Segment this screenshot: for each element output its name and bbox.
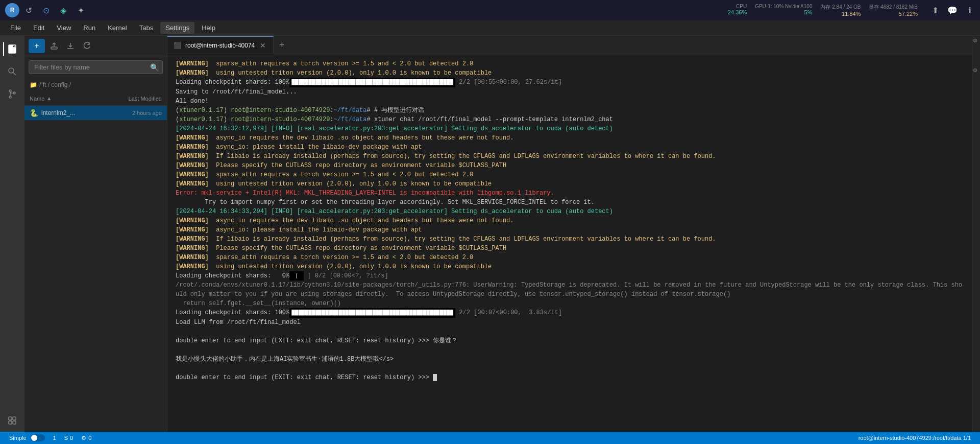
status-simple-label: Simple (9, 435, 27, 441)
star-icon[interactable]: ✦ (76, 5, 86, 15)
svg-rect-12 (51, 47, 57, 49)
menu-help[interactable]: Help (197, 22, 220, 34)
terminal-blank (176, 364, 964, 373)
avatar: R (5, 3, 19, 17)
svg-point-6 (9, 96, 11, 98)
activity-icon-files[interactable] (3, 40, 21, 58)
terminal-line: [WARNING] async_io requires the dev liba… (176, 133, 964, 143)
terminal-line: [WARNING] async_io requires the dev liba… (176, 216, 964, 225)
tab-close-button[interactable]: ✕ (259, 41, 267, 50)
status-path[interactable]: root@intern-studio-40074929:/root/ft/dat… (854, 435, 975, 441)
status-toggle[interactable] (31, 434, 45, 441)
menu-file[interactable]: File (5, 22, 26, 34)
svg-rect-9 (13, 417, 16, 420)
menu-view[interactable]: View (52, 22, 76, 34)
upload-button[interactable] (47, 39, 61, 53)
terminal-line: Loading checkpoint shards: 100%█████████… (176, 308, 964, 318)
terminal-line: [WARNING] using untested triton version … (176, 68, 964, 78)
menu-kernel[interactable]: Kernel (103, 22, 132, 34)
terminal-line: Loading checkpoint shards: 0% | | 0/2 [0… (176, 271, 964, 281)
file-list-header: Name ▲ Last Modified (24, 91, 167, 106)
svg-point-3 (9, 68, 14, 73)
terminal-line: [WARNING] If libaio is already installed… (176, 152, 964, 161)
status-line-number: 1 (53, 435, 56, 441)
terminal-line: [WARNING] If libaio is already installed… (176, 235, 964, 244)
terminal-tab[interactable]: ⬛ root@intern-studio-40074 ✕ (167, 36, 274, 54)
search-icon: 🔍 (150, 63, 159, 72)
status-gear-icon: ⚙ (81, 435, 86, 441)
refresh-button[interactable] (80, 39, 94, 53)
sidebar-toolbar: + (24, 36, 167, 56)
svg-rect-10 (9, 421, 12, 424)
main-area: + 🔍 📁 / ft / config / Name ▲ Last Modi (0, 36, 980, 432)
chat-icon[interactable]: 💬 (947, 5, 958, 15)
top-bar-left: R ↺ ⊙ ◈ ✦ (5, 3, 86, 17)
menu-settings[interactable]: Settings (160, 22, 194, 34)
column-name[interactable]: Name ▲ (30, 96, 101, 102)
status-s-icon: S (64, 435, 68, 441)
status-s-value: 0 (70, 435, 73, 441)
terminal-line: [WARNING] sparse_attn requires a torch v… (176, 170, 964, 179)
storage-stat: 显存 4682 / 8182 MiB 57.22% (869, 4, 918, 17)
terminal-blank (176, 345, 964, 355)
svg-rect-8 (9, 417, 12, 420)
status-s-count[interactable]: S 0 (60, 432, 77, 444)
status-gear-count[interactable]: ⚙ 0 (77, 432, 95, 444)
breadcrumb: 📁 / ft / config / (24, 78, 167, 91)
settings-icon-right2[interactable]: ⚙ (973, 67, 980, 75)
vscode-icon[interactable]: ◈ (58, 5, 68, 15)
settings-icon-right[interactable]: ⚙ (973, 38, 980, 45)
terminal-line: [WARNING] Please specify the CUTLASS rep… (176, 244, 964, 253)
terminal-line: (xtuner0.1.17) root@intern-studio-400749… (176, 115, 964, 124)
status-gear-value: 0 (88, 435, 91, 441)
svg-point-5 (9, 90, 11, 92)
python-file-icon: 🐍 (30, 109, 38, 117)
menu-tabs[interactable]: Tabs (134, 22, 158, 34)
file-item-internlm2[interactable]: 🐍 internlm2_... 2 hours ago (24, 106, 167, 120)
terminal-line: [WARNING] async_io: please install the l… (176, 143, 964, 152)
terminal-line-cursor: double enter to end input (EXIT: exit ch… (176, 373, 964, 382)
editor-area: ⬛ root@intern-studio-40074 ✕ + [WARNING]… (167, 36, 972, 432)
terminal-content[interactable]: [WARNING] sparse_attn requires a torch v… (167, 54, 972, 432)
menu-bar: File Edit View Run Kernel Tabs Settings … (0, 20, 980, 36)
circle-icon[interactable]: ⊙ (41, 5, 51, 15)
activity-icon-git[interactable] (3, 85, 21, 103)
terminal-line: /root/.conda/envs/xtuner0.1.17/lib/pytho… (176, 281, 964, 299)
terminal-icon: ⬛ (174, 42, 181, 49)
terminal-line: [WARNING] Please specify the CUTLASS rep… (176, 161, 964, 170)
terminal-line-input-prompt: double enter to end input (EXIT: exit ch… (176, 336, 964, 345)
refresh-icon[interactable]: ↺ (23, 5, 34, 15)
upload-icon[interactable]: ⬆ (930, 5, 940, 15)
tab-label: root@intern-studio-40074 (185, 42, 255, 49)
menu-edit[interactable]: Edit (28, 22, 50, 34)
download-button[interactable] (63, 39, 78, 53)
new-file-button[interactable]: + (29, 39, 45, 53)
cpu-stat: CPU 24.36% (728, 4, 747, 17)
right-panel: ⚙ ⚙ (972, 36, 980, 432)
svg-line-4 (13, 73, 16, 75)
filter-input[interactable] (29, 60, 163, 74)
status-line[interactable]: 1 (49, 432, 60, 444)
terminal-line: Loading checkpoint shards: 100%█████████… (176, 78, 964, 87)
terminal-line: Try to import numpy first or set the thr… (176, 198, 964, 207)
sidebar: + 🔍 📁 / ft / config / Name ▲ Last Modi (24, 36, 167, 432)
terminal-line: [WARNING] using untested triton version … (176, 262, 964, 271)
info-icon[interactable]: ℹ (965, 5, 975, 15)
terminal-blank (176, 327, 964, 336)
activity-bar (0, 36, 24, 432)
activity-icon-extensions[interactable] (3, 411, 21, 430)
gpu-stat: GPU-1: 10% Nvidia A100 5% (755, 4, 812, 17)
activity-icon-search[interactable] (3, 62, 21, 81)
terminal-line: (xtuner0.1.17) root@intern-studio-400749… (176, 106, 964, 115)
status-bar: Simple 1 S 0 ⚙ 0 root@intern-studio-4007… (0, 432, 980, 444)
terminal-line: [2024-04-24 16:34:33,294] [INFO] [real_a… (176, 207, 964, 216)
terminal-line: All done! (176, 97, 964, 106)
new-tab-button[interactable]: + (274, 36, 290, 54)
status-right: root@intern-studio-40074929:/root/ft/dat… (854, 435, 975, 441)
terminal-line: Saving to /root/ft/final_model... (176, 87, 964, 97)
terminal-line: Error: mkl-service + Intel(R) MKL: MKL_T… (176, 189, 964, 198)
menu-run[interactable]: Run (78, 22, 101, 34)
column-modified: Last Modified (101, 96, 162, 102)
status-simple[interactable]: Simple (5, 432, 49, 444)
terminal-line: [WARNING] async_io: please install the l… (176, 225, 964, 235)
